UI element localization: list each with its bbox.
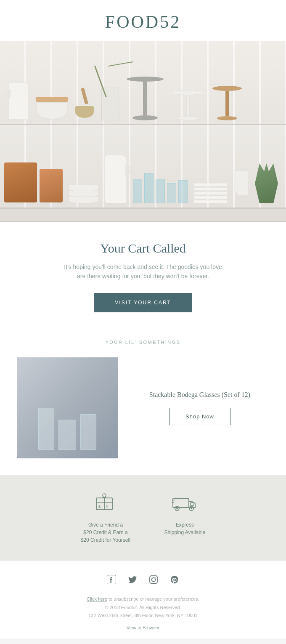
info-item-gift: $ $ Give a Friend a$20 Credit & Earn a$2… (81, 492, 131, 544)
footer-text: Click here to unsubscribe or manage your… (17, 595, 269, 620)
shelf-bottom (0, 125, 286, 209)
cart-title: Your Cart Called (25, 241, 261, 255)
facebook-icon[interactable] (105, 573, 118, 586)
product-name: Stackable Bodega Glasses (Set of 12) (130, 390, 269, 399)
section-label: YOUR LIL' SOMETHINGS (105, 340, 180, 345)
logo: FOOD52 (0, 12, 286, 32)
product-section: Stackable Bodega Glasses (Set of 12) Sho… (0, 349, 286, 475)
svg-point-18 (156, 577, 156, 577)
hero-image (0, 41, 286, 222)
header: FOOD52 (0, 0, 286, 41)
social-icons (17, 573, 269, 586)
svg-point-17 (152, 577, 156, 581)
svg-rect-16 (150, 576, 157, 583)
glass-item-3 (80, 414, 96, 450)
divider-line-left (17, 342, 98, 342)
info-text-shipping: ExpressShipping Available (164, 521, 205, 536)
twitter-icon[interactable] (126, 573, 139, 586)
divider-line-right (188, 342, 269, 342)
shop-now-button[interactable]: Shop Now (169, 408, 230, 425)
gift-card-icon: $ $ (93, 492, 118, 515)
svg-text:$: $ (98, 505, 101, 509)
shelf-top (0, 41, 286, 125)
svg-rect-8 (191, 503, 194, 506)
svg-text:$: $ (106, 505, 108, 509)
shelf-third (0, 209, 286, 222)
instagram-icon[interactable] (147, 573, 160, 586)
product-info: Stackable Bodega Glasses (Set of 12) Sho… (130, 390, 269, 425)
truck-icon (172, 492, 197, 515)
email-wrapper: FOOD52 (0, 0, 286, 639)
footer: Click here to unsubscribe or manage your… (0, 561, 286, 639)
unsubscribe-link[interactable]: Click here (87, 596, 107, 601)
product-image (17, 357, 118, 458)
cart-section: Your Cart Called It's hoping you'll come… (0, 222, 286, 327)
glass-item-2 (58, 420, 76, 450)
info-text-gift: Give a Friend a$20 Credit & Earn a$20 Cr… (81, 521, 131, 544)
svg-point-10 (176, 508, 178, 509)
glass-item-1 (38, 408, 54, 450)
view-in-browser-link[interactable]: View in Browser (17, 625, 269, 630)
section-divider: YOUR LIL' SOMETHINGS (0, 327, 286, 349)
visit-cart-button[interactable]: VISIT YOUR CART (94, 293, 192, 312)
svg-point-3 (103, 494, 106, 497)
pinterest-icon[interactable] (168, 573, 181, 586)
shelf-scene (0, 41, 286, 222)
cart-description: It's hoping you'll come back and see it.… (25, 262, 261, 281)
svg-point-12 (191, 508, 192, 509)
info-item-shipping: ExpressShipping Available (164, 492, 205, 536)
info-bar: $ $ Give a Friend a$20 Credit & Earn a$2… (0, 475, 286, 561)
